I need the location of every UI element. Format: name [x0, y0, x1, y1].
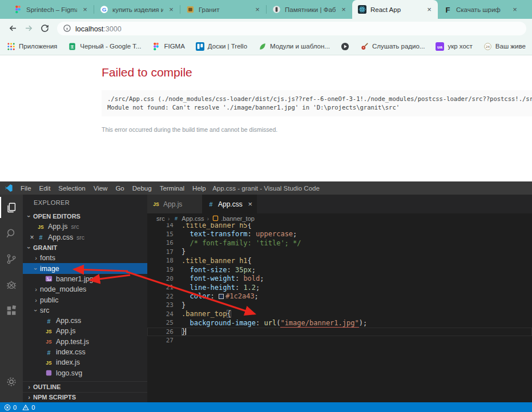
code-text: }	[174, 301, 186, 309]
code-line[interactable]: 24.banner_top{	[147, 309, 532, 318]
menu-selection[interactable]: Selection	[54, 185, 89, 192]
tree-item-fonts[interactable]: ›fonts	[23, 253, 147, 263]
code-line[interactable]: 26}	[147, 328, 532, 337]
chevron-down-icon[interactable]: ›	[33, 306, 39, 314]
menu-edit[interactable]: Edit	[35, 185, 55, 192]
section-outline[interactable]: ›OUTLINE	[23, 381, 147, 391]
tree-item-image[interactable]: ›image	[23, 263, 147, 273]
forward-button[interactable]	[22, 22, 35, 35]
tree-item-node-modules[interactable]: ›node_modules	[23, 284, 147, 294]
code-line[interactable]: 25 background-image: url("image/banner1.…	[147, 318, 532, 328]
bookmark-item[interactable]: Черный - Google T...	[68, 42, 141, 51]
tree-item-index-css[interactable]: #index.css	[23, 347, 147, 357]
browser-tab-Гранит[interactable]: Гранит×	[180, 0, 266, 19]
breadcrumb-item[interactable]: .banner_top	[212, 215, 255, 222]
browser-viewport: Failed to compile ./src/App.css (./node_…	[0, 55, 532, 181]
chevron-down-icon[interactable]: ›	[33, 265, 39, 273]
tree-item-app-css[interactable]: #App.css	[23, 316, 147, 326]
code-line[interactable]: 27	[147, 336, 532, 345]
section-granit[interactable]: ›GRANIT	[23, 243, 147, 253]
problems-warnings[interactable]: 0	[22, 404, 35, 411]
tree-item-app-css[interactable]: ×#App.csssrc	[23, 232, 147, 243]
editor-tab-app-css[interactable]: #App.css×	[202, 195, 257, 213]
code-line[interactable]: 23}	[147, 301, 532, 310]
bookmark-item[interactable]: 24Ваш живе	[483, 42, 526, 51]
section-open-editors[interactable]: ›OPEN EDITORS	[23, 211, 147, 221]
browser-tab-Скачать шриф[interactable]: FСкачать шриф×	[438, 0, 523, 19]
bookmark-item[interactable]	[341, 42, 349, 51]
menu-go[interactable]: Go	[111, 185, 128, 192]
section-npm-scripts[interactable]: ›NPM SCRIPTS	[23, 392, 147, 402]
activity-debug[interactable]	[0, 272, 23, 297]
tree-item-app-js[interactable]: JSApp.jssrc	[23, 221, 147, 232]
close-editor-icon[interactable]: ×	[27, 233, 37, 241]
activity-explorer[interactable]	[0, 195, 23, 220]
code-line[interactable]: 20 font-weight: bold;	[147, 274, 532, 283]
chevron-right-icon[interactable]: ›	[32, 255, 40, 261]
code-text: .title_banner h1{	[174, 257, 252, 265]
code-token: ;	[260, 274, 264, 282]
browser-tab-React App[interactable]: React App×	[352, 0, 438, 19]
browser-tab-Памятники | Фабр[interactable]: Памятники | Фабр×	[267, 0, 352, 19]
activity-manage[interactable]	[0, 369, 23, 394]
code-line[interactable]: 14.title_banner h5{	[147, 223, 532, 230]
tree-item-public[interactable]: ›public	[23, 294, 147, 305]
code-text: color: #1c2a43;	[174, 292, 259, 300]
code-line[interactable]: 21 line-height: 1.2;	[147, 283, 532, 292]
code-line[interactable]: 15 text-transform: uppercase;	[147, 230, 532, 239]
tab-close-icon[interactable]: ×	[167, 5, 175, 14]
code-line[interactable]: 17}	[147, 248, 532, 257]
bookmark-item[interactable]: Слушать радио...	[360, 42, 425, 51]
bookmark-item[interactable]: uaукр хост	[436, 42, 472, 51]
breadcrumb-item[interactable]: #App.css	[172, 215, 204, 222]
tab-close-icon[interactable]: ×	[81, 5, 89, 14]
problems-errors[interactable]: 0	[4, 404, 17, 411]
bookmark-label: FIGMA	[164, 43, 184, 50]
bookmark-item[interactable]: Приложения	[7, 42, 57, 51]
tree-item-index-js[interactable]: JSindex.js	[23, 357, 147, 367]
js-yellow-icon: JS	[37, 223, 45, 231]
breadcrumb[interactable]: src›#App.css›.banner_top	[147, 213, 532, 223]
chevron-right-icon[interactable]: ›	[32, 297, 40, 304]
chevron-down-icon[interactable]: ›	[26, 244, 33, 252]
code-line[interactable]: 22 color: #1c2a43;	[147, 292, 532, 301]
menu-debug[interactable]: Debug	[128, 185, 156, 192]
close-tab-icon[interactable]: ×	[248, 200, 252, 208]
bookmark-item[interactable]: Доски | Trello	[196, 42, 247, 51]
tree-item-app-js[interactable]: JSApp.js	[23, 326, 147, 336]
browser-tab-Sprintech – Figma[interactable]: Sprintech – Figma×	[8, 0, 94, 19]
activity-search[interactable]	[0, 220, 23, 246]
chevron-down-icon[interactable]: ›	[26, 212, 33, 220]
chevron-right-icon[interactable]: ›	[25, 394, 33, 401]
menu-view[interactable]: View	[90, 185, 112, 192]
menu-file[interactable]: File	[17, 185, 35, 192]
info-icon[interactable]	[63, 24, 71, 33]
editor-tab-app-js[interactable]: JSApp.js	[147, 195, 202, 213]
breadcrumb-item[interactable]: src	[156, 215, 165, 222]
activity-extensions[interactable]	[0, 297, 23, 323]
code-line[interactable]: 16 /* font-family: 'title'; */	[147, 239, 532, 248]
tab-close-icon[interactable]: ×	[511, 5, 519, 14]
chevron-right-icon[interactable]: ›	[32, 286, 40, 293]
line-number: 21	[147, 284, 174, 291]
reload-button[interactable]	[38, 22, 51, 35]
tree-item-src[interactable]: ›src	[23, 305, 147, 316]
bookmark-item[interactable]: FIGMA	[152, 42, 184, 51]
tab-close-icon[interactable]: ×	[340, 5, 348, 14]
menu-help[interactable]: Help	[188, 185, 210, 192]
tab-close-icon[interactable]: ×	[253, 5, 261, 14]
browser-tab-купить изделия и[interactable]: Gкупить изделия и×	[94, 0, 180, 19]
address-bar[interactable]: localhost:3000	[57, 22, 526, 35]
chevron-right-icon[interactable]: ›	[25, 383, 33, 390]
tab-close-icon[interactable]: ×	[425, 5, 433, 14]
back-button[interactable]	[6, 22, 19, 35]
tree-item-app-test-js[interactable]: JSApp.test.js	[23, 337, 147, 347]
tree-item-logo-svg[interactable]: logo.svg	[23, 367, 147, 378]
bookmark-item[interactable]: Модули и шаблон...	[258, 42, 330, 51]
code-line[interactable]: 19 font-size: 35px;	[147, 265, 532, 274]
code-line[interactable]: 18.title_banner h1{	[147, 256, 532, 265]
menu-terminal[interactable]: Terminal	[156, 185, 188, 192]
code-editor[interactable]: 14.title_banner h5{15 text-transform: up…	[147, 223, 532, 402]
tree-item-banner1-jpg[interactable]: banner1.jpg	[23, 274, 147, 284]
activity-source-control[interactable]	[0, 246, 23, 272]
